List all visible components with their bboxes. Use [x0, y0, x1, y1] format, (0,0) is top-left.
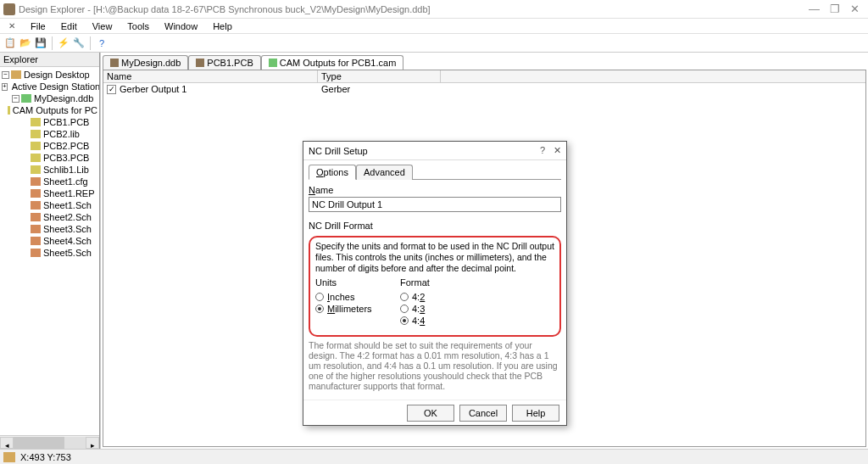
- tree-label: Sheet1.REP: [43, 187, 95, 199]
- save-icon[interactable]: 💾: [34, 36, 47, 50]
- tool-icon-1[interactable]: 📋: [3, 36, 17, 50]
- tree-label: PCB1.PCB: [43, 116, 89, 128]
- explorer-panel: Explorer −Design Desktop +Active Design …: [0, 53, 100, 449]
- status-coords: X:493 Y:753: [20, 452, 71, 462]
- tab-label: CAM Outputs for PCB1.cam: [280, 58, 397, 68]
- tree-item[interactable]: Sheet1.cfg: [2, 176, 97, 187]
- tree-label: Sheet1.Sch: [43, 199, 92, 211]
- ok-button[interactable]: OK: [407, 405, 454, 422]
- status-bar: X:493 Y:753: [0, 449, 868, 464]
- tab-label: MyDesign.ddb: [121, 58, 181, 68]
- column-header-type[interactable]: Type: [318, 70, 441, 82]
- column-header-empty: [441, 70, 865, 82]
- tree-item[interactable]: Schlib1.Lib: [2, 164, 97, 176]
- cancel-button[interactable]: Cancel: [459, 405, 507, 422]
- tree-ddb[interactable]: −MyDesign.ddb: [2, 92, 97, 104]
- tree-item[interactable]: PCB1.PCB: [2, 116, 97, 128]
- format-label: Format: [400, 277, 485, 288]
- tab-pcb1[interactable]: PCB1.PCB: [188, 55, 260, 70]
- tree-label: Sheet2.Sch: [43, 211, 92, 223]
- scroll-thumb[interactable]: [14, 437, 64, 449]
- tree-root[interactable]: −Design Desktop: [2, 69, 97, 81]
- help-icon[interactable]: ?: [95, 36, 108, 50]
- explorer-title: Explorer: [0, 53, 99, 67]
- radio-inches[interactable]: Inches: [315, 291, 400, 303]
- dialog-tab-advanced[interactable]: Advanced: [356, 165, 413, 180]
- row-checkbox[interactable]: ✓: [107, 85, 116, 94]
- menu-view[interactable]: View: [86, 20, 120, 32]
- nc-drill-setup-dialog: NC Drill Setup ? ✕ Options Advanced Name…: [303, 141, 567, 426]
- mdi-close-icon[interactable]: ✕: [2, 20, 22, 31]
- explorer-tree[interactable]: −Design Desktop +Active Design Stations …: [0, 67, 99, 260]
- open-icon[interactable]: 📂: [19, 36, 32, 50]
- name-label: Name: [309, 183, 561, 197]
- radio-millimeters[interactable]: Millimeters: [315, 303, 400, 315]
- tab-text: Advanced: [364, 167, 405, 177]
- tree-item[interactable]: PCB2.PCB: [2, 140, 97, 152]
- window-title: Design Explorer - [H:\@Backup data 18-2-…: [19, 4, 431, 14]
- format-highlighted-box: Specify the units and format to be used …: [309, 236, 561, 337]
- tree-label: PCB3.PCB: [43, 152, 89, 164]
- tree-label: Schlib1.Lib: [43, 164, 89, 176]
- format-title: NC Drill Format: [309, 219, 561, 232]
- grid-row[interactable]: ✓Gerber Output 1 Gerber: [103, 83, 865, 95]
- dialog-tab-options[interactable]: Options: [309, 165, 356, 180]
- format-note: The format should be set to suit the req…: [309, 340, 561, 391]
- cell-name: Gerber Output 1: [120, 84, 187, 94]
- scroll-left-button[interactable]: ◂: [0, 437, 14, 449]
- tree-item[interactable]: PCB2.lib: [2, 128, 97, 140]
- tree-item[interactable]: Sheet2.Sch: [2, 211, 97, 223]
- minimize-button[interactable]: —: [809, 3, 820, 15]
- radio-42[interactable]: 4:2: [400, 291, 485, 303]
- scroll-right-button[interactable]: ▸: [86, 437, 99, 449]
- tree-item[interactable]: Sheet1.Sch: [2, 199, 97, 211]
- dialog-close-icon[interactable]: ✕: [554, 145, 561, 156]
- tab-label: PCB1.PCB: [207, 58, 253, 68]
- tree-label: Design Desktop: [24, 69, 90, 81]
- radio-44[interactable]: 4:4: [400, 315, 485, 327]
- cell-type: Gerber: [318, 83, 441, 95]
- maximize-button[interactable]: ❐: [830, 3, 840, 15]
- tree-item[interactable]: Sheet5.Sch: [2, 247, 97, 259]
- units-label: Units: [315, 277, 400, 288]
- tab-text: ptions: [324, 167, 348, 177]
- app-icon: [3, 3, 15, 15]
- tree-label: Sheet1.cfg: [43, 176, 88, 187]
- tab-cam-outputs[interactable]: CAM Outputs for PCB1.cam: [261, 55, 404, 70]
- tree-label: CAM Outputs for PC: [13, 104, 97, 116]
- toolbar: 📋 📂 💾 ⚡ 🔧 ?: [0, 34, 868, 53]
- tree-stations[interactable]: +Active Design Stations: [2, 81, 97, 92]
- lightning-icon[interactable]: ⚡: [57, 36, 70, 50]
- tab-mydesign[interactable]: MyDesign.ddb: [103, 55, 188, 70]
- dialog-title: NC Drill Setup: [309, 146, 368, 156]
- status-icon: [3, 452, 15, 462]
- wrench-icon[interactable]: 🔧: [72, 36, 86, 50]
- radio-43[interactable]: 4:3: [400, 303, 485, 315]
- tree-label: Sheet4.Sch: [43, 235, 92, 247]
- tree-label: Active Design Stations: [12, 81, 99, 92]
- tree-item[interactable]: Sheet4.Sch: [2, 235, 97, 247]
- tree-label: PCB2.lib: [43, 128, 80, 140]
- tree-item[interactable]: Sheet3.Sch: [2, 223, 97, 235]
- format-description: Specify the units and format to be used …: [315, 241, 554, 274]
- tree-item[interactable]: PCB3.PCB: [2, 152, 97, 164]
- close-button[interactable]: ✕: [850, 3, 860, 15]
- tree-item[interactable]: CAM Outputs for PC: [2, 104, 97, 116]
- dialog-help-icon[interactable]: ?: [540, 145, 545, 156]
- menu-window[interactable]: Window: [158, 20, 204, 32]
- menu-edit[interactable]: Edit: [54, 20, 84, 32]
- explorer-scrollbar[interactable]: ◂ ▸: [0, 435, 99, 449]
- tree-label: MyDesign.ddb: [34, 92, 93, 104]
- menu-tools[interactable]: Tools: [120, 20, 156, 32]
- column-header-name[interactable]: Name: [103, 70, 318, 82]
- menu-bar: ✕ File Edit View Tools Window Help: [0, 19, 868, 34]
- tree-label: Sheet5.Sch: [43, 247, 92, 259]
- tree-label: Sheet3.Sch: [43, 223, 92, 235]
- name-input[interactable]: [309, 197, 561, 212]
- menu-file[interactable]: File: [24, 20, 53, 32]
- help-button[interactable]: Help: [512, 405, 559, 422]
- tree-label: PCB2.PCB: [43, 140, 89, 152]
- tree-item[interactable]: Sheet1.REP: [2, 187, 97, 199]
- window-titlebar: Design Explorer - [H:\@Backup data 18-2-…: [0, 0, 868, 19]
- menu-help[interactable]: Help: [206, 20, 239, 32]
